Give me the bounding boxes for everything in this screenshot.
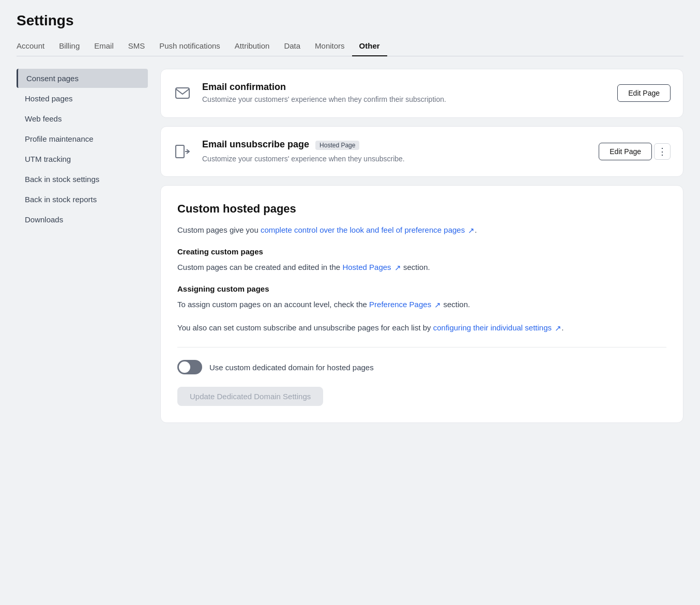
email-unsubscribe-card: Email unsubscribe page Hosted Page Custo… [160, 126, 683, 177]
info-panel-title: Custom hosted pages [177, 202, 666, 216]
external-link-icon-individual: ↗ [555, 322, 561, 335]
individual-settings-link[interactable]: configuring their individual settings ↗ [433, 323, 561, 332]
intro-text-after: . [475, 225, 477, 234]
assigning-section: Assigning custom pages To assign custom … [177, 284, 666, 335]
email-unsubscribe-body: Email unsubscribe page Hosted Page Custo… [202, 139, 588, 164]
custom-domain-toggle[interactable] [177, 360, 202, 374]
panel-divider [177, 347, 666, 347]
info-panel-intro: Custom pages give you complete control o… [177, 224, 666, 237]
email-confirmation-card: Email confirmation Customize your custom… [160, 69, 683, 118]
email-unsubscribe-edit-button[interactable]: Edit Page [599, 143, 652, 160]
assigning-section-para1: To assign custom pages on an account lev… [177, 298, 666, 311]
creating-section-text: Custom pages can be created and edited i… [177, 261, 666, 274]
toggle-knob [179, 361, 190, 373]
sidebar-item-utm-tracking[interactable]: UTM tracking [17, 149, 148, 169]
page-title: Settings [17, 12, 683, 29]
tab-billing[interactable]: Billing [52, 37, 87, 56]
tab-sms[interactable]: SMS [121, 37, 153, 56]
email-confirmation-title: Email confirmation [202, 82, 607, 93]
sidebar-item-consent-pages[interactable]: Consent pages [17, 69, 148, 88]
toggle-row: Use custom dedicated domain for hosted p… [177, 360, 666, 374]
email-confirmation-body: Email confirmation Customize your custom… [202, 82, 607, 105]
email-unsubscribe-actions: Edit Page ⋮ [599, 143, 671, 160]
hosted-pages-link[interactable]: Hosted Pages ↗ [342, 263, 401, 271]
email-unsubscribe-title: Email unsubscribe page [202, 139, 309, 150]
sidebar-item-hosted-pages[interactable]: Hosted pages [17, 89, 148, 108]
hosted-page-badge: Hosted Page [315, 141, 359, 150]
external-link-icon-pref: ↗ [434, 299, 441, 311]
email-confirmation-edit-button[interactable]: Edit Page [617, 84, 671, 102]
creating-section: Creating custom pages Custom pages can b… [177, 247, 666, 274]
exit-icon [173, 142, 192, 161]
sidebar-item-downloads[interactable]: Downloads [17, 210, 148, 229]
tab-monitors[interactable]: Monitors [308, 37, 352, 56]
external-link-icon-intro: ↗ [468, 224, 475, 237]
tab-attribution[interactable]: Attribution [227, 37, 277, 56]
tab-push-notifications[interactable]: Push notifications [152, 37, 227, 56]
update-domain-button[interactable]: Update Dedicated Domain Settings [177, 387, 323, 406]
email-confirmation-actions: Edit Page [617, 84, 671, 102]
svg-rect-0 [176, 88, 189, 98]
creating-section-title: Creating custom pages [177, 247, 666, 256]
tab-other[interactable]: Other [352, 37, 387, 56]
main-content: Email confirmation Customize your custom… [160, 56, 700, 435]
email-unsubscribe-more-button[interactable]: ⋮ [654, 143, 671, 160]
external-link-icon-hosted: ↗ [394, 262, 401, 274]
sidebar-item-web-feeds[interactable]: Web feeds [17, 109, 148, 128]
toggle-label: Use custom dedicated domain for hosted p… [209, 363, 374, 372]
intro-text-before: Custom pages give you [177, 225, 261, 234]
sidebar: Consent pages Hosted pages Web feeds Pro… [0, 56, 160, 435]
sidebar-item-back-in-stock-reports[interactable]: Back in stock reports [17, 190, 148, 209]
email-confirmation-desc: Customize your customers' experience whe… [202, 95, 607, 105]
svg-rect-1 [176, 145, 184, 158]
tab-data[interactable]: Data [277, 37, 308, 56]
email-unsubscribe-desc: Customize your customers' experience whe… [202, 154, 588, 164]
email-unsubscribe-title-row: Email unsubscribe page Hosted Page [202, 139, 588, 152]
tab-account[interactable]: Account [17, 37, 52, 56]
assigning-section-para2: You also can set custom subscribe and un… [177, 322, 666, 335]
intro-link[interactable]: complete control over the look and feel … [261, 225, 475, 234]
tab-email[interactable]: Email [87, 37, 121, 56]
envelope-icon [173, 84, 192, 102]
sidebar-item-back-in-stock-settings[interactable]: Back in stock settings [17, 170, 148, 189]
assigning-section-title: Assigning custom pages [177, 284, 666, 293]
info-panel: Custom hosted pages Custom pages give yo… [160, 185, 683, 423]
nav-tabs: Account Billing Email SMS Push notificat… [17, 37, 683, 56]
sidebar-item-profile-maintenance[interactable]: Profile maintenance [17, 129, 148, 148]
preference-pages-link[interactable]: Preference Pages ↗ [369, 300, 441, 309]
